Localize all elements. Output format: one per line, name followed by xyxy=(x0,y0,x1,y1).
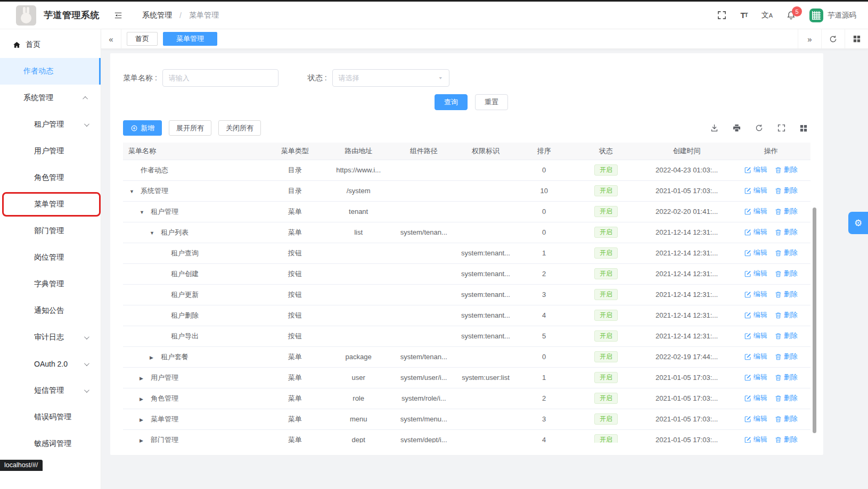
collapse-all-button[interactable]: 关闭所有 xyxy=(218,120,261,136)
edit-button[interactable]: 编辑 xyxy=(744,310,767,320)
delete-button[interactable]: 删除 xyxy=(775,206,798,216)
menu-name-cell: 租户删除 xyxy=(171,311,199,319)
delete-button[interactable]: 删除 xyxy=(775,165,798,175)
delete-button[interactable]: 删除 xyxy=(775,352,798,361)
tree-toggle-icon[interactable]: ▼ xyxy=(150,230,161,236)
menu-name-cell: 作者动态 xyxy=(141,166,168,174)
add-button[interactable]: 新增 xyxy=(123,120,162,136)
app-logo[interactable] xyxy=(16,5,36,26)
tree-toggle-icon[interactable]: ▶ xyxy=(150,355,161,360)
sidebar-item-error-code-management[interactable]: 错误码管理 xyxy=(0,404,101,430)
status-badge: 开启 xyxy=(594,330,618,342)
edit-button[interactable]: 编辑 xyxy=(744,269,767,278)
component-path-cell xyxy=(395,243,453,263)
edit-button[interactable]: 编辑 xyxy=(744,186,767,195)
edit-label: 编辑 xyxy=(754,435,767,443)
breadcrumb-item[interactable]: 系统管理 xyxy=(142,11,172,20)
edit-button[interactable]: 编辑 xyxy=(744,435,767,443)
tab-refresh-icon[interactable] xyxy=(821,29,845,48)
sidebar-item-notice-announcement[interactable]: 通知公告 xyxy=(0,297,101,324)
reset-button[interactable]: 重置 xyxy=(475,94,508,110)
edit-button[interactable]: 编辑 xyxy=(744,227,767,237)
edit-button[interactable]: 编辑 xyxy=(744,165,767,175)
edit-button[interactable]: 编辑 xyxy=(744,289,767,299)
sidebar-item-role-management[interactable]: 角色管理 xyxy=(0,164,101,191)
delete-label: 删除 xyxy=(784,352,798,361)
sidebar-item-author-dynamics[interactable]: 作者动态 xyxy=(0,58,101,85)
delete-button[interactable]: 删除 xyxy=(775,289,798,299)
edit-button[interactable]: 编辑 xyxy=(744,352,767,361)
delete-button[interactable]: 删除 xyxy=(775,372,798,382)
sidebar-item-post-management[interactable]: 岗位管理 xyxy=(0,244,101,271)
edit-button[interactable]: 编辑 xyxy=(744,248,767,258)
sort-cell: 1 xyxy=(518,243,570,263)
table-fullscreen-icon[interactable] xyxy=(777,124,785,132)
edit-button[interactable]: 编辑 xyxy=(744,393,767,403)
sidebar-item-user-management[interactable]: 用户管理 xyxy=(0,138,101,164)
export-download-icon[interactable] xyxy=(710,124,718,132)
tab-layout-grid-icon[interactable] xyxy=(845,29,868,48)
delete-button[interactable]: 删除 xyxy=(775,269,798,278)
language-icon[interactable]: 文A xyxy=(761,11,773,20)
permission-id-cell: system:tenant... xyxy=(453,305,519,326)
delete-button[interactable]: 删除 xyxy=(775,310,798,320)
menu-name-input[interactable] xyxy=(162,69,279,87)
delete-button[interactable]: 删除 xyxy=(775,393,798,403)
settings-drawer-button[interactable]: ⚙ xyxy=(848,212,868,234)
edit-button[interactable]: 编辑 xyxy=(744,414,767,424)
sidebar-item-dept-management[interactable]: 部门管理 xyxy=(0,218,101,244)
table-scrollbar[interactable] xyxy=(813,208,816,433)
delete-button[interactable]: 删除 xyxy=(775,414,798,424)
tabs-scroll-right-icon[interactable]: » xyxy=(798,29,821,48)
column-settings-icon[interactable] xyxy=(800,125,807,132)
tab-home[interactable]: 首页 xyxy=(127,32,158,46)
status-select[interactable]: 请选择 ▼ xyxy=(332,69,449,87)
delete-button[interactable]: 删除 xyxy=(775,227,798,237)
tree-toggle-icon[interactable]: ▶ xyxy=(140,376,151,381)
status-badge: 开启 xyxy=(594,268,618,280)
delete-button[interactable]: 删除 xyxy=(775,248,798,258)
print-icon[interactable] xyxy=(733,124,741,132)
tree-toggle-icon[interactable]: ▼ xyxy=(140,210,151,215)
chevron-icon xyxy=(83,96,88,101)
breadcrumb-separator: / xyxy=(179,11,182,20)
sidebar-item-sensitive-word-management[interactable]: 敏感词管理 xyxy=(0,430,101,457)
sidebar-item-audit-log[interactable]: 审计日志 xyxy=(0,324,101,351)
edit-button[interactable]: 编辑 xyxy=(744,206,767,216)
query-button[interactable]: 查询 xyxy=(435,94,468,110)
status-badge: 开启 xyxy=(594,227,618,238)
sidebar-item-tenant-management[interactable]: 租户管理 xyxy=(0,111,101,138)
sidebar-item-dict-management[interactable]: 字典管理 xyxy=(0,271,101,297)
sidebar-item-label: 菜单管理 xyxy=(34,200,64,209)
sidebar-item-system-management[interactable]: 系统管理 xyxy=(0,85,101,111)
delete-button[interactable]: 删除 xyxy=(775,186,798,195)
sidebar-item-home[interactable]: 首页 xyxy=(0,31,101,58)
component-path-cell: system/menu... xyxy=(395,409,453,429)
menu-fold-icon[interactable] xyxy=(113,11,123,20)
fullscreen-icon[interactable] xyxy=(717,11,726,20)
delete-button[interactable]: 删除 xyxy=(775,435,798,443)
edit-button[interactable]: 编辑 xyxy=(744,331,767,341)
status-badge: 开启 xyxy=(594,164,618,176)
status-badge: 开启 xyxy=(594,185,618,197)
route-path-cell: list xyxy=(322,222,395,243)
route-path-cell xyxy=(322,243,395,263)
sidebar-item-oauth2[interactable]: OAuth 2.0 xyxy=(0,351,101,377)
user-menu[interactable]: 芋道源码 xyxy=(809,9,856,22)
notification-bell-icon[interactable]: 5 xyxy=(787,11,796,20)
table-refresh-icon[interactable] xyxy=(755,124,763,132)
sidebar-item-sms-management[interactable]: 短信管理 xyxy=(0,377,101,404)
tabs-scroll-left-icon[interactable]: « xyxy=(101,29,121,48)
sidebar-item-menu-management[interactable]: 菜单管理 xyxy=(0,191,101,218)
tree-toggle-icon[interactable]: ▼ xyxy=(129,189,141,194)
expand-all-button[interactable]: 展开所有 xyxy=(169,120,211,136)
edit-button[interactable]: 编辑 xyxy=(744,372,767,382)
tab-menu-management[interactable]: 菜单管理 xyxy=(163,32,217,46)
tree-toggle-icon[interactable]: ▶ xyxy=(140,438,151,443)
tree-toggle-icon[interactable]: ▶ xyxy=(140,417,151,422)
sidebar-item-label: 系统管理 xyxy=(23,93,53,103)
tab-bar: « 首页菜单管理 » xyxy=(101,29,868,49)
tree-toggle-icon[interactable]: ▶ xyxy=(140,396,151,402)
font-size-icon[interactable]: TT xyxy=(740,11,747,20)
delete-button[interactable]: 删除 xyxy=(775,331,798,341)
